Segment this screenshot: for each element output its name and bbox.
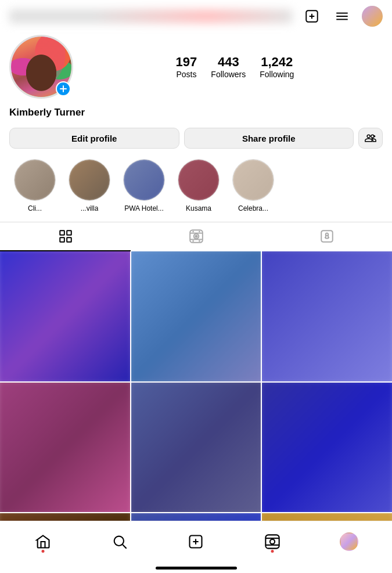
edit-profile-button[interactable]: Edit profile xyxy=(9,128,179,149)
svg-point-31 xyxy=(270,539,275,543)
followers-stat[interactable]: 443 Followers xyxy=(211,55,246,79)
grid-cell-2[interactable] xyxy=(131,251,261,381)
nav-add[interactable] xyxy=(178,527,213,556)
svg-rect-30 xyxy=(266,535,279,548)
grid-tab[interactable] xyxy=(0,222,131,251)
reels-dot xyxy=(271,550,274,553)
story-circle-3[interactable] xyxy=(123,159,165,201)
svg-point-16 xyxy=(195,235,197,237)
story-circle-1[interactable] xyxy=(14,159,56,201)
tabs-row xyxy=(0,222,392,251)
svg-rect-10 xyxy=(60,230,64,235)
posts-count: 197 xyxy=(176,55,197,70)
grid-cell-6[interactable] xyxy=(262,383,392,513)
story-item-5[interactable]: Celebra... xyxy=(230,159,276,212)
svg-rect-13 xyxy=(67,237,71,242)
stories-row: Cli... ...villa PWA Hotel... Kusama xyxy=(9,159,383,212)
profile-header: 197 Posts 443 Followers 1,242 Following xyxy=(9,35,383,99)
reels-tab[interactable] xyxy=(131,222,261,251)
hamburger-button[interactable] xyxy=(332,6,353,27)
story-item-2[interactable]: ...villa xyxy=(66,159,113,212)
followers-label: Followers xyxy=(211,70,246,79)
following-stat[interactable]: 1,242 Following xyxy=(260,55,294,79)
svg-rect-12 xyxy=(60,237,64,242)
nav-profile[interactable] xyxy=(332,527,366,556)
posts-stat[interactable]: 197 Posts xyxy=(176,55,197,79)
svg-point-20 xyxy=(199,231,200,233)
nav-home[interactable] xyxy=(26,527,60,556)
svg-point-21 xyxy=(192,240,194,242)
stats-row: 197 Posts 443 Followers 1,242 Following xyxy=(87,55,383,79)
add-to-story-button[interactable] xyxy=(56,81,71,96)
add-person-button[interactable] xyxy=(358,128,383,149)
content-area: 197 Posts 443 Followers 1,242 Following … xyxy=(0,30,392,551)
add-post-button[interactable] xyxy=(301,6,322,27)
story-label-4: Kusama xyxy=(186,204,211,212)
nav-reels[interactable] xyxy=(255,527,290,556)
story-item-1[interactable]: Cli... xyxy=(12,159,58,212)
svg-point-22 xyxy=(199,240,200,242)
nav-profile-avatar xyxy=(340,532,358,551)
svg-point-24 xyxy=(325,233,328,236)
svg-point-25 xyxy=(114,536,123,545)
followers-count: 443 xyxy=(218,55,239,70)
action-buttons: Edit profile Share profile xyxy=(9,128,383,149)
story-label-5: Celebra... xyxy=(238,204,268,212)
story-label-1: Cli... xyxy=(28,204,42,212)
grid-cell-4[interactable] xyxy=(0,383,130,513)
following-count: 1,242 xyxy=(261,55,293,70)
svg-rect-23 xyxy=(321,230,333,242)
share-profile-button[interactable]: Share profile xyxy=(184,128,354,149)
avatar-wrapper xyxy=(9,35,73,99)
story-circle-4[interactable] xyxy=(178,159,220,201)
bottom-nav xyxy=(0,521,392,573)
home-indicator xyxy=(156,567,237,570)
top-bar xyxy=(0,0,392,30)
story-label-2: ...villa xyxy=(81,204,99,212)
username: Kimberly Turner xyxy=(9,107,383,118)
grid-cell-5[interactable] xyxy=(131,383,261,513)
story-item-3[interactable]: PWA Hotel... xyxy=(121,159,167,212)
svg-rect-11 xyxy=(67,230,71,235)
story-circle-5[interactable] xyxy=(232,159,274,201)
svg-point-19 xyxy=(192,231,194,233)
profile-section: 197 Posts 443 Followers 1,242 Following … xyxy=(0,30,392,212)
home-dot xyxy=(41,550,44,553)
story-circle-2[interactable] xyxy=(69,159,110,201)
story-item-4[interactable]: Kusama xyxy=(175,159,222,212)
svg-line-26 xyxy=(123,545,126,548)
nav-search[interactable] xyxy=(102,527,137,556)
top-avatar[interactable] xyxy=(362,6,383,27)
grid-cell-1[interactable] xyxy=(0,251,130,381)
username-blurred xyxy=(9,9,292,23)
story-label-3: PWA Hotel... xyxy=(124,204,164,212)
posts-label: Posts xyxy=(176,70,196,79)
grid-cell-3[interactable] xyxy=(262,251,392,381)
following-label: Following xyxy=(260,70,294,79)
image-grid xyxy=(0,251,392,551)
tagged-tab[interactable] xyxy=(261,222,392,251)
